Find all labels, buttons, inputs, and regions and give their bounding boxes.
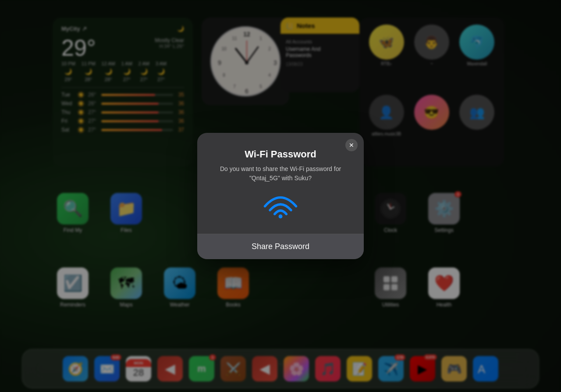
- svg-point-27: [279, 214, 283, 218]
- modal-title: Wi-Fi Password: [209, 149, 352, 160]
- share-password-button[interactable]: Share Password: [197, 234, 364, 259]
- close-icon: ✕: [349, 142, 354, 149]
- modal-body: Wi-Fi Password Do you want to share the …: [197, 133, 364, 220]
- modal-message: Do you want to share the Wi-Fi password …: [209, 164, 352, 183]
- wifi-icon: [263, 193, 298, 220]
- modal-close-button[interactable]: ✕: [345, 139, 358, 151]
- modal-footer: Share Password: [197, 234, 364, 259]
- wifi-password-modal: ✕ Wi-Fi Password Do you want to share th…: [197, 133, 364, 259]
- modal-overlay: ✕ Wi-Fi Password Do you want to share th…: [0, 0, 561, 392]
